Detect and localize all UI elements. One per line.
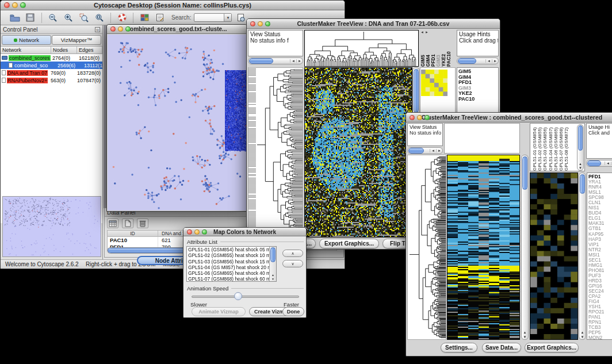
column-label[interactable]: GIM5 xyxy=(420,36,425,67)
column-label[interactable]: YKE2 xyxy=(441,36,446,67)
scroll-down-icon[interactable]: ▼ xyxy=(577,166,583,170)
scrollbar-thumb[interactable] xyxy=(458,58,476,64)
treeview2-titlebar[interactable]: ClusterMaker TreeView : combined_scores_… xyxy=(406,113,612,122)
gene-label[interactable]: PAC10 xyxy=(458,97,497,102)
attribute-item[interactable]: GPL51-04 (GS M857) heat shock 20 min xyxy=(187,265,276,270)
scroll-left-icon[interactable]: ◄ xyxy=(485,59,492,63)
column-dendrogram-area[interactable] xyxy=(444,123,520,154)
scroll-left-icon[interactable]: ◄ xyxy=(290,59,296,63)
col-network[interactable]: Network xyxy=(1,47,51,53)
attribute-list[interactable]: GPL51-01 (GSM854) heat shock 05 minGPL51… xyxy=(186,246,277,282)
tv1-row-dendrogram[interactable] xyxy=(248,68,303,236)
zoom-selected-icon[interactable] xyxy=(78,12,90,24)
close-button[interactable] xyxy=(187,229,192,235)
column-label[interactable]: GPL51-06 (GSM865) xyxy=(553,125,559,171)
scrollbar-thumb[interactable] xyxy=(270,247,276,262)
delete-attribute-trash-icon[interactable] xyxy=(137,219,148,228)
move-down-button[interactable]: ∨ xyxy=(282,260,303,267)
attribute-table-icon[interactable] xyxy=(107,219,118,228)
column-label[interactable]: GPL51-02 (GSM855) xyxy=(537,125,542,171)
tv2-zoom-heatmap[interactable] xyxy=(530,173,577,339)
scrollbar-thumb[interactable] xyxy=(408,148,424,154)
animation-speed-slider[interactable] xyxy=(192,296,299,298)
control-panel-tab[interactable]: Network xyxy=(2,35,51,45)
done-button[interactable]: Done xyxy=(282,307,304,316)
treeview1-titlebar[interactable]: ClusterMaker TreeView : DNA and Tran 07-… xyxy=(247,19,500,29)
network-view-titlebar[interactable]: combined_scores_good.txt--cluste... xyxy=(107,25,247,34)
tv2-heatmap-vscrollbar[interactable]: ▲ ▼ xyxy=(521,155,529,340)
scroll-right-icon[interactable]: ► xyxy=(296,59,303,63)
combo-dropdown-icon[interactable]: ▼ xyxy=(224,14,231,21)
new-attribute-icon[interactable] xyxy=(122,219,133,228)
scroll-up-icon[interactable]: ▲ xyxy=(522,331,528,334)
tv2-global-heatmap[interactable] xyxy=(447,155,519,339)
column-labels-vscrollbar[interactable]: ▲ ▼ xyxy=(577,124,584,171)
column-label[interactable]: GPL51-03 (GSM856) xyxy=(542,125,548,171)
network-list-row[interactable]: RNAPuberNov2+ 563(0) 107847(0) xyxy=(1,76,102,84)
tv1-column-dendrogram[interactable] xyxy=(305,30,418,66)
tv2-row-dendrogram[interactable] xyxy=(408,155,446,339)
column-label[interactable]: GIM3 xyxy=(435,36,441,67)
scroll-left-icon[interactable]: ◄ xyxy=(430,149,436,152)
scrollbar-thumb[interactable] xyxy=(249,58,273,64)
vizmapper-icon[interactable] xyxy=(138,12,151,24)
network-list-row[interactable]: combined_sco 2569(6) 13112(15) xyxy=(1,62,102,69)
scroll-right-icon[interactable]: ► xyxy=(492,59,498,63)
id-column-header[interactable]: ID xyxy=(108,231,158,236)
tv2-zoom-vscrollbar[interactable]: ▲ ▼ xyxy=(579,173,586,340)
view-status-scrollbar[interactable]: ◄ ► xyxy=(407,147,443,154)
column-label[interactable]: GPL51-08 (GSM872) xyxy=(564,125,569,171)
column-label[interactable]: GPL51-01 (GSM854) xyxy=(532,125,537,171)
attribute-item[interactable]: GPL51-06 (GSM865) heat shock 40 min xyxy=(187,270,276,276)
scrollbar-thumb[interactable] xyxy=(578,125,583,151)
scroll-right-icon[interactable]: ► xyxy=(436,149,442,152)
network-list-row[interactable]: combined_scores 2764(0) 16218(0) xyxy=(1,54,102,62)
settings-button[interactable]: Settings... xyxy=(441,343,477,352)
scroll-up-icon[interactable]: ▲ xyxy=(577,162,583,166)
zoom-button[interactable] xyxy=(424,115,430,120)
scroll-down-icon[interactable]: ▼ xyxy=(270,277,276,281)
scroll-down-icon[interactable]: ▼ xyxy=(579,335,586,339)
zoom-button[interactable] xyxy=(20,2,26,8)
minimize-button[interactable] xyxy=(417,115,422,120)
scroll-left-icon[interactable]: ◄ xyxy=(605,162,611,165)
export-graphics-button[interactable]: Export Graphics... xyxy=(319,239,379,248)
scroll-up-icon[interactable]: ▲ xyxy=(579,331,586,334)
zoom-in-icon[interactable] xyxy=(62,12,75,24)
zoom-out-icon[interactable] xyxy=(47,12,59,24)
cytoscape-titlebar[interactable]: Cytoscape Desktop (Session Name: collins… xyxy=(1,1,345,10)
open-folder-icon[interactable] xyxy=(9,12,21,24)
col-nodes[interactable]: Nodes xyxy=(51,47,77,53)
zoom-button[interactable] xyxy=(265,21,270,26)
animate-vizmap-button[interactable]: Animate Vizmap xyxy=(192,307,246,316)
move-up-button[interactable]: ∧ xyxy=(282,250,303,257)
save-data-button[interactable]: Save Data... xyxy=(482,343,521,352)
col-edges[interactable]: Edges xyxy=(77,47,102,53)
column-label[interactable]: PFD1 xyxy=(430,36,435,67)
overview-thumbnail-canvas[interactable] xyxy=(2,196,101,257)
column-label[interactable]: GPL51-07 (GSM868) xyxy=(559,125,564,171)
minimize-button[interactable] xyxy=(258,21,263,26)
view-status-scrollbar[interactable]: ◄ ► xyxy=(248,58,303,64)
attribute-item[interactable]: GPL51-07 (GSM868) heat shock 60 min xyxy=(187,276,276,282)
column-label[interactable]: PAC10 xyxy=(446,36,451,67)
close-button[interactable] xyxy=(250,21,255,26)
tv1-zoom-matrix[interactable] xyxy=(421,70,447,96)
zoom-button[interactable] xyxy=(125,26,131,32)
column-label[interactable]: GIM4 xyxy=(425,36,430,67)
scrollbar-thumb[interactable] xyxy=(522,156,527,190)
zoom-button[interactable] xyxy=(202,229,207,235)
help-lifesaver-icon[interactable] xyxy=(116,12,128,24)
usage-hints-scrollbar[interactable]: ◄ ► xyxy=(586,160,612,167)
control-panel-tab[interactable]: VizMapper™ xyxy=(52,35,101,45)
attribute-item[interactable]: GPL51-02 (GSM855) heat shock 10 min xyxy=(187,252,276,258)
minimize-button[interactable] xyxy=(118,26,123,32)
close-button[interactable] xyxy=(4,2,10,8)
scrollbar-thumb[interactable] xyxy=(414,69,419,113)
scrollbar-thumb[interactable] xyxy=(580,174,585,194)
save-icon[interactable] xyxy=(24,12,37,24)
float-panel-icon[interactable]: ⧉ xyxy=(95,27,100,32)
close-button[interactable] xyxy=(410,115,415,120)
export-graphics-button[interactable]: Export Graphics... xyxy=(525,343,579,352)
network-list-row[interactable]: DNA and Tran 07 769(0) 183728(0) xyxy=(1,69,102,76)
